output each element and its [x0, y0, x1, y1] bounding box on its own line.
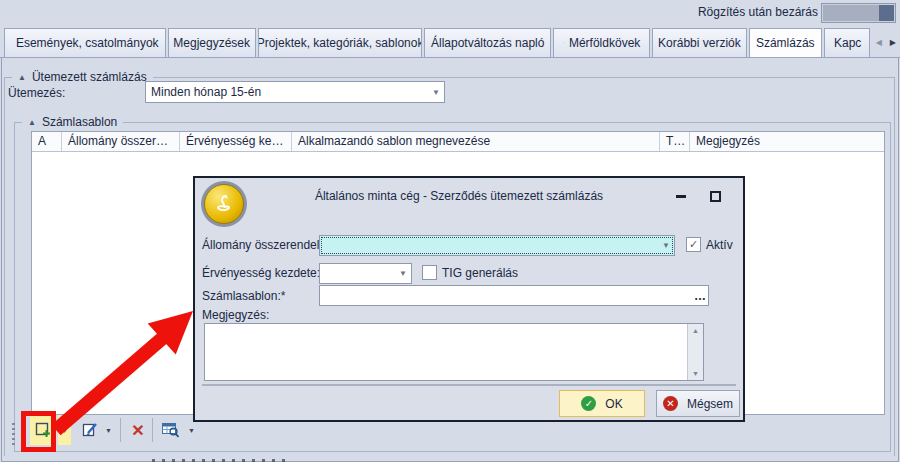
tab-label: Számlázás: [756, 36, 815, 50]
column-header-tig[interactable]: TIG: [660, 132, 690, 151]
check-icon: ✓: [689, 239, 698, 250]
comment-scrollbar[interactable]: ▲ ▼: [687, 324, 703, 380]
app-logo-icon: [201, 181, 247, 227]
ok-button[interactable]: ✓ OK: [559, 390, 645, 417]
tab-previous-versions[interactable]: Korábbi verziók: [652, 28, 746, 57]
chevron-down-icon[interactable]: ▼: [395, 269, 411, 278]
tab-label: Projektek, kategóriák, sablonok: [258, 36, 422, 50]
grid-header-row: A Állomány összerendelés Érvényesség kez…: [32, 132, 884, 152]
delete-icon: ✕: [131, 421, 144, 440]
template-label: Számlasablon:*: [202, 289, 285, 303]
group-title: Számlasablon: [42, 115, 117, 129]
ok-label: OK: [605, 397, 622, 411]
minimize-button[interactable]: [671, 188, 691, 204]
close-after-record-label: Rögzítés után bezárás: [630, 5, 818, 19]
tab-invoicing[interactable]: Számlázás: [749, 28, 822, 57]
tab-events-attachments[interactable]: Események, csatolmányok: [4, 28, 166, 57]
toggle-knob: [879, 5, 894, 21]
dialog-separator: [202, 384, 736, 386]
tab-notes[interactable]: Megjegyzések: [168, 28, 256, 57]
scroll-down-icon[interactable]: ▼: [688, 370, 703, 377]
tab-scroll-buttons: ◀ ▶: [872, 28, 900, 57]
tab-scroll-right-icon[interactable]: ▶: [890, 38, 896, 47]
toolbar-separator: [120, 418, 121, 442]
cancel-button[interactable]: ✕ Mégsem: [656, 390, 740, 417]
tab-label: Korábbi verziók: [658, 36, 741, 50]
column-header-template-name[interactable]: Alkalmazandó sablon megnevezése: [292, 132, 660, 151]
cancel-cross-icon: ✕: [663, 396, 678, 411]
template-field[interactable]: …: [319, 285, 709, 306]
column-header-comment[interactable]: Megjegyzés: [690, 132, 884, 151]
grid-search-icon: [162, 422, 180, 438]
scheduled-invoicing-group-header: ▲ Ütemezett számlázás: [12, 70, 153, 84]
tab-connections-truncated[interactable]: Kapc: [824, 28, 870, 57]
active-label: Aktív: [706, 238, 733, 252]
chevron-down-icon: ▼: [188, 427, 195, 434]
column-header-assignment[interactable]: Állomány összerendelés: [62, 132, 180, 151]
chevron-down-icon: ▼: [61, 427, 68, 434]
close-after-record-toggle[interactable]: [822, 4, 895, 22]
tab-status-change-log[interactable]: Állapotváltozás napló: [424, 28, 551, 57]
annotation-highlight-rectangle: [21, 411, 56, 452]
tab-label: Mérföldkövek: [569, 36, 640, 50]
schedule-label: Ütemezés:: [8, 86, 65, 100]
tab-label: Állapotváltozás napló: [431, 36, 544, 50]
minimize-icon: [676, 195, 686, 198]
ellipsis-browse-icon[interactable]: …: [692, 289, 708, 303]
dialog-title: Általános minta cég - Szerződés ütemezet…: [255, 189, 663, 203]
tab-label: Kapc: [834, 36, 861, 50]
validity-label: Érvényesség kezdete:*: [202, 266, 325, 280]
collapse-icon[interactable]: ▲: [18, 73, 26, 82]
tab-label: Események, csatolmányok: [16, 36, 159, 50]
grid-view-settings-button[interactable]: [158, 415, 184, 445]
tab-projects-categories-templates[interactable]: Projektek, kategóriák, sablonok: [258, 28, 422, 57]
column-header-validity[interactable]: Érvényesség kezde...: [180, 132, 292, 151]
tig-generation-checkbox[interactable]: [422, 265, 437, 280]
schedule-value: Minden hónap 15-én: [146, 85, 428, 99]
chevron-down-icon: ▼: [105, 427, 112, 434]
comment-label: Megjegyzés:: [202, 308, 269, 322]
group-title: Ütemezett számlázás: [32, 70, 147, 84]
toolbar-grip[interactable]: [12, 423, 15, 445]
scheduled-invoicing-dialog: Általános minta cég - Szerződés ütemezet…: [193, 176, 745, 422]
tab-milestones[interactable]: Mérföldkövek: [553, 28, 650, 57]
milestones-icon: [563, 37, 564, 49]
toolbar-separator: [152, 418, 153, 442]
tab-bar: Események, csatolmányok Megjegyzések Pro…: [0, 28, 900, 58]
edit-record-button[interactable]: [78, 415, 102, 445]
validity-combobox[interactable]: ▼: [319, 263, 412, 284]
maximize-icon: [710, 191, 721, 202]
scroll-up-icon[interactable]: ▲: [688, 327, 703, 334]
chevron-down-icon[interactable]: ▼: [658, 241, 674, 250]
cancel-label: Mégsem: [687, 397, 733, 411]
collapse-icon[interactable]: ▲: [28, 118, 36, 127]
tig-generation-label: TIG generálás: [442, 266, 518, 280]
tab-scroll-left-icon[interactable]: ◀: [876, 38, 882, 47]
maximize-button[interactable]: [705, 188, 725, 204]
active-checkbox[interactable]: ✓: [686, 237, 701, 252]
chevron-down-icon[interactable]: ▼: [428, 88, 444, 97]
invoice-template-group-header: ▲ Számlasablon: [22, 115, 123, 129]
edit-record-icon: [82, 422, 99, 438]
add-record-dropdown-button[interactable]: ▼: [58, 415, 71, 445]
edit-record-dropdown-button[interactable]: ▼: [102, 415, 115, 445]
column-header-a[interactable]: A: [32, 132, 62, 151]
schedule-combobox[interactable]: Minden hónap 15-én ▼: [145, 81, 445, 103]
tab-label: Megjegyzések: [173, 36, 250, 50]
ok-check-icon: ✓: [581, 396, 596, 411]
comment-textarea[interactable]: ▲ ▼: [204, 323, 704, 381]
assignment-combobox[interactable]: ▼: [319, 235, 675, 256]
delete-record-button[interactable]: ✕: [126, 415, 150, 445]
